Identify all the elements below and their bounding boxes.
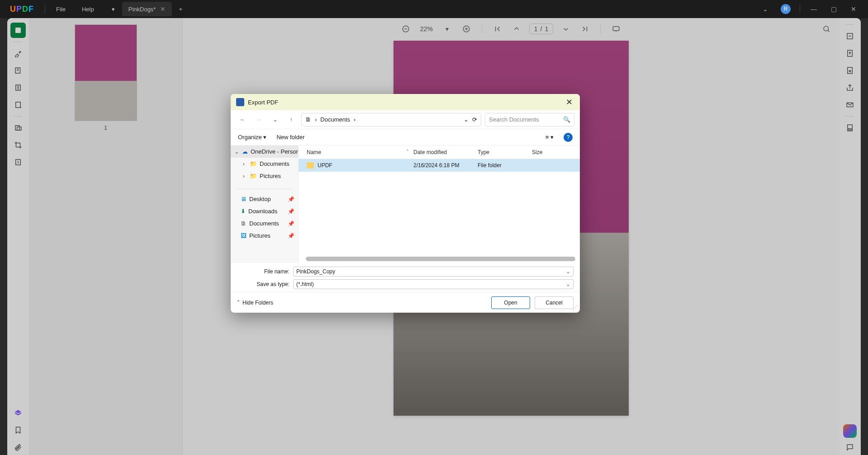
breadcrumb-item[interactable]: Documents: [320, 116, 350, 123]
tree-item-onedrive[interactable]: ⌄ ☁ OneDrive - Personal: [231, 145, 298, 158]
pin-icon: 📌: [288, 220, 294, 227]
tree-item-downloads[interactable]: ⬇ Downloads 📌: [231, 205, 298, 217]
app-icon: [236, 98, 244, 106]
desktop-icon: 🖥: [241, 196, 247, 202]
pictures-icon: 🖼: [241, 232, 247, 239]
organize-menu[interactable]: Organize ▾: [238, 134, 266, 141]
row-type: File folder: [478, 162, 532, 169]
column-date[interactable]: Date modified: [413, 149, 478, 155]
dialog-titlebar: Export PDF ✕: [231, 94, 580, 110]
document-tab[interactable]: PinkDogs* ✕: [122, 2, 172, 16]
separator: [45, 5, 45, 14]
user-avatar[interactable]: R: [781, 4, 791, 14]
tree-item-pictures2[interactable]: 🖼 Pictures 📌: [231, 230, 298, 242]
resize-grip-icon[interactable]: ⋰: [573, 305, 578, 311]
dropdown-icon[interactable]: ⌄: [566, 268, 570, 275]
nav-back-button[interactable]: ←: [236, 113, 249, 126]
dialog-toolbar: Organize ▾ New folder ≡ ▾ ?: [231, 129, 580, 145]
tree-item-pictures[interactable]: › 📁 Pictures: [231, 170, 298, 182]
breadcrumb-separator: ›: [354, 116, 356, 123]
export-dialog: Export PDF ✕ ← → ⌄ ↑ 🗎 › Documents › ⌄ ⟳…: [231, 94, 580, 313]
filename-input[interactable]: PinkDogs_Copy⌄: [293, 267, 574, 277]
column-size[interactable]: Size: [532, 149, 580, 155]
maximize-button[interactable]: ▢: [825, 0, 843, 18]
search-placeholder: Search Documents: [489, 116, 539, 123]
breadcrumb-separator: ›: [315, 116, 317, 123]
tree-label: Pictures: [260, 173, 281, 179]
address-bar[interactable]: 🗎 › Documents › ⌄ ⟳: [301, 113, 481, 127]
close-window-button[interactable]: ✕: [844, 0, 863, 18]
column-type[interactable]: Type: [478, 149, 532, 155]
folder-icon: [307, 162, 314, 169]
search-input[interactable]: Search Documents 🔍: [485, 113, 574, 127]
help-icon[interactable]: ?: [564, 133, 573, 142]
pin-icon: 📌: [288, 208, 294, 215]
chevron-right-icon[interactable]: ›: [241, 173, 247, 179]
app-logo: UPDF: [0, 5, 42, 14]
chevron-down-icon[interactable]: ⌄: [756, 0, 774, 18]
column-name[interactable]: Name˄: [299, 149, 413, 155]
cloud-icon: ☁: [242, 148, 248, 155]
refresh-icon[interactable]: ⟳: [472, 116, 477, 123]
hide-folders-toggle[interactable]: ˄Hide Folders: [237, 300, 273, 306]
folder-tree: ⌄ ☁ OneDrive - Personal › 📁 Documents › …: [231, 145, 299, 263]
tree-label: Desktop: [249, 196, 271, 202]
tree-label: OneDrive - Personal: [251, 148, 299, 155]
folder-icon: 📁: [250, 160, 257, 167]
separator: [235, 183, 294, 189]
dialog-nav: ← → ⌄ ↑ 🗎 › Documents › ⌄ ⟳ Search Docum…: [231, 110, 580, 129]
tree-label: Pictures: [249, 232, 270, 239]
tree-label: Downloads: [248, 208, 277, 215]
open-button[interactable]: Open: [491, 296, 530, 309]
tree-label: Documents: [249, 220, 279, 227]
nav-up-button[interactable]: ↑: [285, 113, 298, 126]
row-date: 2/16/2024 6:18 PM: [413, 162, 478, 169]
dialog-body: ⌄ ☁ OneDrive - Personal › 📁 Documents › …: [231, 145, 580, 263]
pin-icon: 📌: [288, 196, 294, 202]
folder-icon: 📁: [250, 173, 257, 179]
file-list: Name˄ Date modified Type Size UPDF 2/16/…: [299, 145, 580, 263]
nav-recent-button[interactable]: ⌄: [269, 113, 281, 126]
dialog-footer: ˄Hide Folders Open Cancel: [231, 292, 580, 313]
new-tab-button[interactable]: ＋: [174, 2, 187, 16]
separator: [800, 5, 800, 14]
dialog-fields: File name: PinkDogs_Copy⌄ Save as type: …: [231, 263, 580, 292]
folder-icon: 🗎: [305, 116, 311, 123]
list-row[interactable]: UPDF 2/16/2024 6:18 PM File folder: [299, 159, 580, 172]
document-icon: 🗎: [241, 220, 247, 227]
chevron-down-icon[interactable]: ⌄: [234, 148, 239, 155]
dialog-title: Export PDF: [248, 99, 278, 106]
pin-icon: 📌: [288, 233, 294, 239]
filename-label: File name:: [237, 268, 289, 275]
close-dialog-button[interactable]: ✕: [564, 97, 574, 107]
cancel-button[interactable]: Cancel: [535, 296, 574, 309]
plus-icon: ＋: [178, 5, 184, 13]
tree-item-documents[interactable]: › 📁 Documents: [231, 158, 298, 170]
tree-label: Documents: [260, 160, 289, 167]
saveas-select[interactable]: (*.html)⌄: [293, 279, 574, 289]
tree-item-documents2[interactable]: 🗎 Documents 📌: [231, 217, 298, 230]
saveas-label: Save as type:: [237, 281, 289, 287]
dropdown-icon[interactable]: ⌄: [566, 281, 570, 287]
tab-dropdown[interactable]: ▾: [107, 2, 120, 16]
view-mode-button[interactable]: ≡ ▾: [545, 134, 554, 141]
minimize-button[interactable]: ―: [805, 0, 823, 18]
tab-host: ▾ PinkDogs* ✕ ＋: [107, 0, 190, 18]
menu-file[interactable]: File: [48, 6, 74, 13]
chevron-up-icon: ˄: [237, 300, 240, 306]
tab-label: PinkDogs*: [128, 6, 156, 13]
download-icon: ⬇: [241, 208, 246, 215]
menu-help[interactable]: Help: [74, 6, 102, 13]
sort-asc-icon: ˄: [406, 149, 409, 155]
list-header: Name˄ Date modified Type Size: [299, 145, 580, 159]
chevron-down-icon: ▾: [112, 6, 115, 13]
tree-item-desktop[interactable]: 🖥 Desktop 📌: [231, 193, 298, 205]
address-dropdown-icon[interactable]: ⌄: [464, 116, 469, 123]
horizontal-scrollbar[interactable]: [306, 257, 575, 261]
new-folder-button[interactable]: New folder: [276, 134, 304, 141]
search-icon: 🔍: [563, 116, 570, 123]
row-name: UPDF: [318, 162, 332, 169]
chevron-right-icon[interactable]: ›: [241, 160, 247, 167]
nav-forward-button[interactable]: →: [252, 113, 265, 126]
close-tab-icon[interactable]: ✕: [160, 5, 166, 13]
